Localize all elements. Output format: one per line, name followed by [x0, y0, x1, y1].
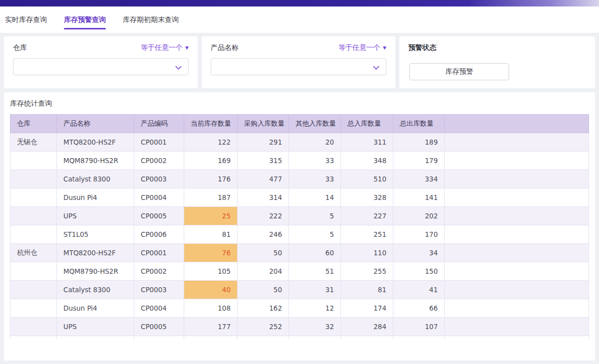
cell-total-out: 179 — [393, 152, 445, 170]
cell-total-out: 334 — [393, 170, 445, 188]
warehouse-label: 仓库 — [13, 43, 27, 52]
stock-statistics-panel: 库存统计查询 仓库 产品名称 产品编码 当前库存数量 采购入库数量 其他入库数量… — [4, 92, 595, 361]
cell-current-stock: 25 — [184, 207, 238, 225]
col-total-in: 总入库数量 — [341, 115, 393, 133]
cell-filler — [445, 207, 589, 225]
cell-product-code: CP0001 — [134, 244, 184, 262]
operator-label: 等于任意一个 — [338, 43, 380, 52]
cell-other-in: 51 — [289, 262, 341, 281]
warehouse-operator-dropdown[interactable]: 等于任意一个 ▼ — [141, 43, 189, 52]
table-row: Dusun Pi4 CP0004 187 314 14 328 141 — [10, 188, 589, 207]
table-row: MQM8790-HS2R CP0002 169 315 33 348 179 — [10, 152, 589, 170]
cell-other-in: 5 — [289, 225, 341, 244]
cell-total-out: 107 — [393, 318, 445, 336]
cell-other-in: 31 — [289, 281, 341, 299]
cell-other-in: 12 — [289, 299, 341, 318]
col-other-in: 其他入库数量 — [289, 115, 341, 133]
cell-total-out: 41 — [393, 281, 445, 299]
cell-other-in: 33 — [289, 170, 341, 188]
table-row: Dusun Pi4 CP0004 108 162 12 174 66 — [10, 299, 589, 318]
cell-other-in: 5 — [289, 207, 341, 225]
cell-warehouse — [10, 318, 57, 336]
cell-purchase-in: 291 — [238, 133, 289, 152]
cell-other-in: 20 — [289, 336, 341, 340]
top-banner — [0, 0, 599, 6]
cell-total-out: 34 — [393, 244, 445, 262]
cell-warehouse — [10, 188, 57, 207]
tab-realtime-stock-query[interactable]: 实时库存查询 — [5, 6, 47, 33]
chevron-down-icon — [373, 63, 379, 70]
cell-product-code: CP0001 — [134, 133, 184, 152]
cell-purchase-in: 162 — [238, 299, 289, 318]
cell-filler — [445, 170, 589, 188]
table-row: 杭州仓 MTQ8200-HS2F CP0001 76 50 60 110 34 — [10, 244, 589, 262]
cell-total-in: 110 — [341, 244, 393, 262]
cell-product-name: Dusun Pi4 — [57, 188, 134, 207]
section-title: 库存统计查询 — [4, 92, 595, 114]
cell-filler — [445, 152, 589, 170]
filter-alert-status-head: 预警状态 — [408, 43, 586, 52]
cell-product-name: ST1L05 — [57, 336, 134, 340]
cell-product-code: CP0004 — [134, 188, 184, 207]
product-operator-dropdown[interactable]: 等于任意一个 ▼ — [338, 43, 386, 52]
table-row: UPS CP0005 25 222 5 227 202 — [10, 207, 589, 225]
warehouse-select[interactable] — [13, 58, 189, 75]
table-row: MQM8790-HS2R CP0002 105 204 51 255 150 — [10, 262, 589, 281]
table-body: 无锡仓 MTQ8200-HS2F CP0001 122 291 20 311 1… — [10, 133, 589, 340]
cell-current-stock: 108 — [184, 299, 238, 318]
cell-filler — [445, 336, 589, 340]
cell-purchase-in: 243 — [238, 336, 289, 340]
table-row: Catalyst 8300 CP0003 40 50 31 81 41 — [10, 281, 589, 299]
cell-total-in: 348 — [341, 152, 393, 170]
cell-product-code: CP0005 — [134, 318, 184, 336]
cell-filler — [445, 318, 589, 336]
stock-alert-filter-button[interactable]: 库存预警 — [409, 63, 509, 80]
cell-filler — [445, 244, 589, 262]
col-product-code: 产品编码 — [134, 115, 184, 133]
table-row: ST1L05 CP0006 81 246 5 251 170 — [10, 225, 589, 244]
cell-filler — [445, 225, 589, 244]
col-current-stock: 当前库存数量 — [184, 115, 238, 133]
cell-filler — [445, 133, 589, 152]
cell-purchase-in: 315 — [238, 152, 289, 170]
cell-other-in: 14 — [289, 188, 341, 207]
cell-product-name: MQM8790-HS2R — [57, 152, 134, 170]
cell-current-stock: 76 — [184, 244, 238, 262]
tab-stock-period-query[interactable]: 库存期初期末查询 — [123, 6, 179, 33]
cell-total-in: 227 — [341, 207, 393, 225]
cell-current-stock: 176 — [184, 170, 238, 188]
cell-product-code: CP0002 — [134, 262, 184, 281]
caret-down-icon: ▼ — [185, 46, 189, 50]
cell-warehouse — [10, 281, 57, 299]
cell-total-in: 311 — [341, 133, 393, 152]
cell-current-stock: 177 — [184, 318, 238, 336]
cell-product-name: MQM8790-HS2R — [57, 262, 134, 281]
cell-total-in: 328 — [341, 188, 393, 207]
cell-product-code: CP0003 — [134, 170, 184, 188]
tab-bar: 实时库存查询 库存预警查询 库存期初期末查询 — [0, 6, 599, 33]
caret-down-icon: ▼ — [383, 46, 386, 50]
cell-warehouse — [10, 207, 57, 225]
cell-product-name: UPS — [57, 318, 134, 336]
cell-purchase-in: 314 — [238, 188, 289, 207]
cell-warehouse — [10, 170, 57, 188]
cell-other-in: 20 — [289, 133, 341, 152]
cell-warehouse — [10, 225, 57, 244]
table-row: Catalyst 8300 CP0003 176 477 33 510 334 — [10, 170, 589, 188]
stock-table-container[interactable]: 仓库 产品名称 产品编码 当前库存数量 采购入库数量 其他入库数量 总入库数量 … — [10, 114, 589, 340]
filter-product-name: 产品名称 等于任意一个 ▼ — [202, 36, 395, 88]
cell-warehouse — [10, 299, 57, 318]
cell-total-in: 263 — [341, 336, 393, 340]
cell-purchase-in: 246 — [238, 225, 289, 244]
col-purchase-in: 采购入库数量 — [238, 115, 289, 133]
product-name-select[interactable] — [211, 58, 386, 75]
cell-product-code: CP0004 — [134, 299, 184, 318]
cell-current-stock: 187 — [184, 188, 238, 207]
cell-total-out: 202 — [393, 207, 445, 225]
cell-purchase-in: 50 — [238, 244, 289, 262]
col-filler — [445, 115, 589, 133]
filter-alert-status: 预警状态 库存预警 — [399, 36, 595, 88]
cell-product-name: ST1L05 — [57, 225, 134, 244]
cell-purchase-in: 477 — [238, 170, 289, 188]
tab-stock-alert-query[interactable]: 库存预警查询 — [64, 6, 106, 33]
